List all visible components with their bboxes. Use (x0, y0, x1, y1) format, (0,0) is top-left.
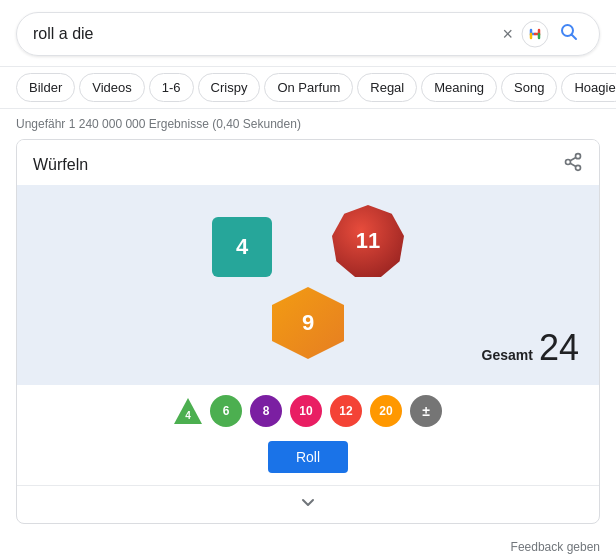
tab-1-6[interactable]: 1-6 (149, 73, 194, 102)
die-selector-d12[interactable]: 12 (330, 395, 362, 427)
die-d4[interactable]: 4 (212, 217, 272, 277)
svg-line-6 (570, 163, 576, 166)
dice-widget: Würfeln 4 11 (16, 139, 600, 524)
die-selector-d10[interactable]: 10 (290, 395, 322, 427)
die-selector-d6[interactable]: 6 (210, 395, 242, 427)
die-selector-d10-label: 10 (299, 404, 312, 418)
die-d12-value: 11 (356, 228, 380, 254)
die-selector-d4[interactable]: 4 (174, 398, 202, 424)
feedback-link[interactable]: Feedback geben (511, 540, 600, 554)
tab-meaning[interactable]: Meaning (421, 73, 497, 102)
search-input[interactable] (33, 25, 494, 43)
tab-crispy[interactable]: Crispy (198, 73, 261, 102)
die-selector-d20[interactable]: 20 (370, 395, 402, 427)
search-button[interactable] (555, 22, 583, 47)
tab-on-parfum[interactable]: On Parfum (264, 73, 353, 102)
die-d12[interactable]: 11 (332, 205, 404, 277)
widget-title: Würfeln (33, 156, 88, 174)
nav-tabs: Bilder Videos 1-6 Crispy On Parfum Regal… (0, 67, 616, 109)
svg-line-2 (572, 34, 577, 39)
die-selector-d4-label: 4 (185, 410, 191, 421)
tab-bilder[interactable]: Bilder (16, 73, 75, 102)
die-selector-d6-label: 6 (223, 404, 230, 418)
die-selector-d20-label: 20 (379, 404, 392, 418)
roll-button[interactable]: Roll (268, 441, 348, 473)
share-button[interactable] (563, 152, 583, 177)
die-selector-d8-label: 8 (263, 404, 270, 418)
svg-point-4 (566, 160, 571, 165)
search-bar-container: × (0, 0, 616, 67)
die-d4-value: 4 (236, 234, 248, 260)
widget-header: Würfeln (17, 140, 599, 185)
die-selector-d12-label: 12 (339, 404, 352, 418)
total-value: 24 (539, 327, 579, 369)
search-bar: × (16, 12, 600, 56)
dice-area: 4 11 9 Gesamt 24 (17, 185, 599, 385)
tab-videos[interactable]: Videos (79, 73, 145, 102)
svg-point-5 (576, 165, 581, 170)
die-selector-d8[interactable]: 8 (250, 395, 282, 427)
total-label: Gesamt (482, 347, 533, 363)
expand-row (17, 485, 599, 523)
top-dice-row: 4 11 (37, 205, 579, 277)
tab-song[interactable]: Song (501, 73, 557, 102)
die-selector-add[interactable]: ± (410, 395, 442, 427)
tab-hoagie[interactable]: Hoagie (561, 73, 616, 102)
google-lens-icon[interactable] (521, 20, 549, 48)
die-selector-add-label: ± (422, 403, 430, 419)
svg-line-7 (570, 157, 576, 160)
die-d6-hex[interactable]: 9 (272, 287, 344, 359)
roll-button-row: Roll (17, 433, 599, 485)
search-clear-button[interactable]: × (494, 24, 521, 45)
svg-point-3 (576, 154, 581, 159)
die-d6-hex-value: 9 (302, 310, 314, 336)
expand-button[interactable] (300, 494, 316, 515)
results-info: Ungefähr 1 240 000 000 Ergebnisse (0,40 … (0, 109, 616, 139)
total-area: Gesamt 24 (482, 327, 579, 369)
feedback-row: Feedback geben (0, 536, 616, 557)
tab-regal[interactable]: Regal (357, 73, 417, 102)
dice-selector-row: 4 6 8 10 12 20 ± (17, 385, 599, 433)
